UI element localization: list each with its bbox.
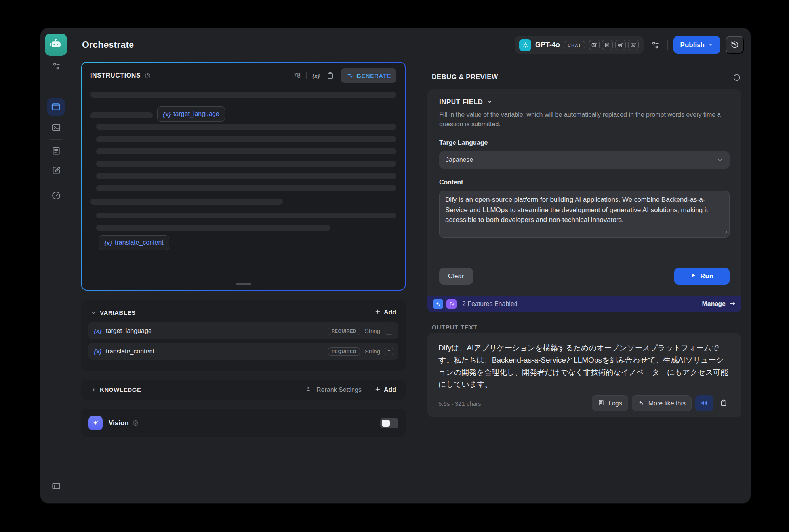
generate-button[interactable]: GENERATE xyxy=(341,68,396,83)
logs-button[interactable]: Logs xyxy=(592,395,628,411)
debug-header: DEBUG & PREVIEW xyxy=(432,71,741,83)
variable-glyph: {x} xyxy=(104,239,112,246)
clear-button[interactable]: Clear xyxy=(439,268,473,285)
variable-glyph: {x} xyxy=(94,348,102,355)
restart-icon[interactable] xyxy=(732,72,741,82)
skeleton-line xyxy=(90,92,396,98)
resize-handle[interactable] xyxy=(236,283,251,285)
skeleton-line xyxy=(96,213,396,218)
variable-row-translate-content[interactable]: {x} translate_content REQUIRED String xyxy=(88,343,398,360)
sidebar xyxy=(40,28,71,503)
version-history-button[interactable] xyxy=(726,36,744,54)
variable-chip-label: target_language xyxy=(173,110,219,118)
model-capabilities xyxy=(589,40,639,50)
publish-button[interactable]: Publish xyxy=(673,36,720,54)
string-type-icon[interactable] xyxy=(385,348,393,355)
features-bar[interactable]: 2 Features Enabled Manage xyxy=(427,296,741,312)
output-footer: 5.6s · 321 chars Logs xyxy=(438,395,730,411)
insert-variable-icon[interactable]: {x} xyxy=(312,72,320,79)
audio-capability-icon xyxy=(615,40,626,50)
knowledge-actions: Rerank Settings Add xyxy=(306,386,396,394)
variables-title: VARIABLES xyxy=(100,309,136,316)
help-icon[interactable] xyxy=(132,420,139,426)
text-to-speech-feature-icon xyxy=(446,299,457,309)
sidebar-divider xyxy=(50,139,62,140)
publish-label: Publish xyxy=(680,41,705,49)
sidebar-item-logs[interactable] xyxy=(51,145,62,156)
target-language-select[interactable]: Japanese xyxy=(439,151,730,169)
app-window: Orchestrate GPT-4o CHAT xyxy=(40,28,751,503)
collapse-sidebar-icon[interactable] xyxy=(51,481,62,492)
input-field-header[interactable]: INPUT FIELD xyxy=(439,98,730,106)
variable-chip-translate-content[interactable]: {x} translate_content xyxy=(99,235,169,250)
parameters-icon[interactable] xyxy=(648,38,662,52)
video-capability-icon xyxy=(628,40,639,50)
input-field-description: Fill in the value of the variable, which… xyxy=(439,110,730,129)
add-knowledge-button[interactable]: Add xyxy=(375,386,396,394)
toolbar-divider xyxy=(306,72,307,79)
run-button[interactable]: Run xyxy=(674,268,730,285)
variable-row-target-language[interactable]: {x} target_language REQUIRED String xyxy=(88,322,398,339)
sidebar-item-terminal[interactable] xyxy=(51,122,62,133)
logs-icon xyxy=(598,399,605,408)
speaker-icon xyxy=(700,399,708,408)
openai-icon xyxy=(519,39,531,51)
chevron-right-icon[interactable] xyxy=(91,387,97,393)
plus-icon xyxy=(375,308,381,316)
chevron-down-icon xyxy=(487,99,493,106)
app-logo[interactable] xyxy=(45,34,67,56)
instructions-title: INSTRUCTIONS xyxy=(90,72,141,79)
knowledge-title: KNOWLEDGE xyxy=(100,386,141,393)
output-card: Difyは、AIアプリケーションを構築するためのオープンソースプラットフォームで… xyxy=(427,333,741,417)
skeleton-line xyxy=(96,185,396,191)
variable-row-meta: REQUIRED String xyxy=(328,327,393,335)
skeleton-line xyxy=(96,173,396,179)
variable-chip-target-language[interactable]: {x} target_language xyxy=(157,106,225,122)
input-field-card: INPUT FIELD Fill in the value of the var… xyxy=(427,89,741,312)
variables-header[interactable]: VARIABLES Add xyxy=(88,306,398,319)
screen: Orchestrate GPT-4o CHAT xyxy=(0,0,789,532)
model-mode-badge: CHAT xyxy=(564,41,585,49)
model-selector[interactable]: GPT-4o CHAT xyxy=(515,36,644,54)
more-like-this-button[interactable]: More like this xyxy=(632,395,692,411)
skeleton-line xyxy=(96,225,330,231)
knowledge-card: KNOWLEDGE Rerank Settings xyxy=(81,380,406,400)
debug-title: DEBUG & PREVIEW xyxy=(432,73,498,81)
resize-corner-icon[interactable] xyxy=(723,228,727,235)
target-language-value: Japanese xyxy=(446,156,473,163)
variable-glyph: {x} xyxy=(163,111,171,118)
sidebar-item-orchestrate-active[interactable] xyxy=(47,98,65,116)
help-icon[interactable] xyxy=(144,72,151,79)
string-type-icon[interactable] xyxy=(385,327,393,335)
add-label: Add xyxy=(384,309,396,316)
add-variable-button[interactable]: Add xyxy=(375,308,396,316)
content-label: Content xyxy=(439,179,730,186)
rerank-settings-label: Rerank Settings xyxy=(316,386,362,393)
instructions-editor[interactable]: INSTRUCTIONS 78 {x} xyxy=(82,63,405,290)
workflow-settings-icon[interactable] xyxy=(51,61,62,72)
vision-toggle[interactable] xyxy=(380,418,398,428)
target-language-label: Targe Language xyxy=(439,139,730,146)
variable-row-meta: REQUIRED String xyxy=(328,347,393,356)
more-like-this-feature-icon xyxy=(433,299,443,309)
variable-type: String xyxy=(365,348,380,355)
sidebar-item-annotation[interactable] xyxy=(51,165,62,176)
plus-icon xyxy=(375,386,381,394)
variable-name: target_language xyxy=(106,327,152,334)
manage-label: Manage xyxy=(702,300,726,308)
more-like-this-label: More like this xyxy=(648,400,686,407)
variable-name: translate_content xyxy=(106,348,154,355)
manage-features-button[interactable]: Manage xyxy=(702,300,736,308)
content-textarea[interactable]: Dify is an open-source platform for buil… xyxy=(439,191,730,238)
copy-prompt-icon[interactable] xyxy=(326,71,335,80)
copy-output-button[interactable] xyxy=(717,395,730,411)
variable-chip-label: translate_content xyxy=(115,239,164,246)
topbar-actions: GPT-4o CHAT xyxy=(515,36,744,54)
variable-type: String xyxy=(365,327,380,334)
sidebar-item-monitoring[interactable] xyxy=(51,190,62,201)
rerank-settings-button[interactable]: Rerank Settings xyxy=(306,386,362,394)
skeleton-line xyxy=(96,136,396,142)
char-count: 78 xyxy=(293,72,301,79)
debug-panel: DEBUG & PREVIEW INPUT FIELD Fill in th xyxy=(417,62,751,503)
text-to-speech-button[interactable] xyxy=(695,395,713,411)
